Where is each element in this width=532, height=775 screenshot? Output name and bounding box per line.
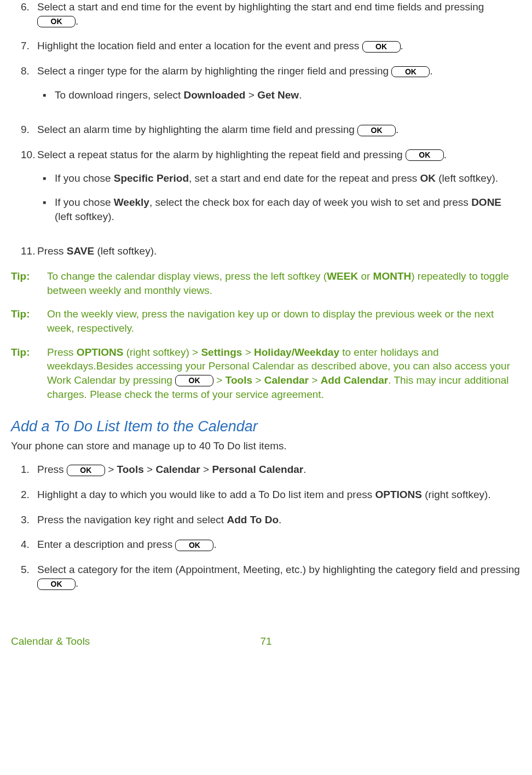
bold: WEEK xyxy=(327,270,358,282)
bold: SAVE xyxy=(67,245,94,257)
bullet-marker: ■ xyxy=(37,88,55,102)
sub-content: If you chose Specific Period, set a star… xyxy=(55,171,521,186)
bold: Get New xyxy=(257,89,299,101)
bold: Add To Do xyxy=(227,514,279,525)
step-number: 7. xyxy=(11,39,37,53)
step-content: Press the navigation key right and selec… xyxy=(37,513,521,527)
step-b2: 2. Highlight a day to which you would li… xyxy=(11,488,521,502)
text: > xyxy=(144,464,156,475)
text: Select a repeat status for the alarm by … xyxy=(37,149,406,160)
text: (left softkey). xyxy=(55,211,114,222)
bold: Downloaded xyxy=(184,89,246,101)
step-9: 9. Select an alarm time by highlighting … xyxy=(11,123,521,137)
text: If you chose xyxy=(55,172,114,184)
text: (left softkey). xyxy=(94,245,157,257)
text: Enter a description and press xyxy=(37,539,175,550)
tip-3: Tip: Press OPTIONS (right softkey) > Set… xyxy=(11,345,521,402)
footer-section: Calendar & Tools xyxy=(11,634,90,649)
text: Highlight the location field and enter a… xyxy=(37,40,362,51)
step-number: 2. xyxy=(11,488,37,502)
section-intro: Your phone can store and manage up to 40… xyxy=(11,439,521,453)
ok-key-icon: OK xyxy=(175,375,213,386)
step-number: 6. xyxy=(11,0,37,28)
step-b3: 3. Press the navigation key right and se… xyxy=(11,513,521,527)
ok-key-icon: OK xyxy=(175,540,213,551)
step-b4: 4. Enter a description and press OK. xyxy=(11,537,521,552)
bold: Add Calendar xyxy=(321,374,389,386)
text: Select a ringer type for the alarm by hi… xyxy=(37,65,391,77)
bold: Holiday/Weekday xyxy=(254,346,339,358)
text: (left softkey). xyxy=(436,172,498,184)
bold: Tools xyxy=(225,374,252,386)
sub-list: ■ To download ringers, select Downloaded… xyxy=(37,88,521,102)
text: > xyxy=(200,464,212,475)
step-number: 1. xyxy=(11,462,37,477)
bullet-marker: ■ xyxy=(37,195,55,223)
step-8: 8. Select a ringer type for the alarm by… xyxy=(11,64,521,112)
text: . xyxy=(430,65,432,77)
text: Press xyxy=(37,464,67,475)
text: Select a start and end time for the even… xyxy=(37,1,484,13)
step-content: Press OK > Tools > Calendar > Personal C… xyxy=(37,462,521,477)
text: (right softkey). xyxy=(422,489,491,500)
step-7: 7. Highlight the location field and ente… xyxy=(11,39,521,53)
text: > xyxy=(309,374,321,386)
ok-key-icon: OK xyxy=(37,16,76,27)
step-number: 10. xyxy=(11,148,37,234)
step-number: 3. xyxy=(11,513,37,527)
bold: MONTH xyxy=(373,270,412,282)
text: > xyxy=(105,464,117,475)
step-content: Select a ringer type for the alarm by hi… xyxy=(37,64,521,112)
text: . xyxy=(303,464,306,475)
text: If you chose xyxy=(55,196,114,208)
step-6: 6. Select a start and end time for the e… xyxy=(11,0,521,28)
tip-content: To change the calendar display views, pr… xyxy=(47,269,521,297)
document-page: 6. Select a start and end time for the e… xyxy=(0,0,532,669)
bold: Settings xyxy=(201,346,242,358)
step-b1: 1. Press OK > Tools > Calendar > Persona… xyxy=(11,462,521,477)
step-content: Enter a description and press OK. xyxy=(37,537,521,552)
text: Select a category for the item (Appointm… xyxy=(37,564,520,575)
step-number: 5. xyxy=(11,563,37,591)
bold: Weekly xyxy=(114,196,149,208)
step-content: Select a category for the item (Appointm… xyxy=(37,563,521,591)
text: Highlight a day to which you would like … xyxy=(37,489,375,500)
ok-key-icon: OK xyxy=(67,465,105,476)
text: , select the check box for each day of w… xyxy=(149,196,471,208)
section-heading: Add a To Do List Item to the Calendar xyxy=(11,417,521,436)
step-10: 10. Select a repeat status for the alarm… xyxy=(11,148,521,234)
tip-label: Tip: xyxy=(11,269,47,297)
step-b5: 5. Select a category for the item (Appoi… xyxy=(11,563,521,591)
sub-list: ■ If you chose Specific Period, set a st… xyxy=(37,171,521,223)
ok-key-icon: OK xyxy=(406,149,444,161)
text: Press the navigation key right and selec… xyxy=(37,514,227,525)
step-content: Select a repeat status for the alarm by … xyxy=(37,148,521,234)
bold: Personal Calendar xyxy=(212,464,303,475)
tip-2: Tip: On the weekly view, press the navig… xyxy=(11,307,521,335)
text: > xyxy=(245,89,257,101)
text: . xyxy=(279,514,281,525)
step-content: Highlight a day to which you would like … xyxy=(37,488,521,502)
tip-label: Tip: xyxy=(11,307,47,335)
text: or xyxy=(358,270,373,282)
text: Select an alarm time by highlighting the… xyxy=(37,124,357,135)
text: > xyxy=(252,374,264,386)
sub-item: ■ If you chose Specific Period, set a st… xyxy=(37,171,521,186)
bold: Calendar xyxy=(264,374,309,386)
page-footer: Calendar & Tools 71 xyxy=(11,634,521,647)
text: > xyxy=(242,346,254,358)
bold: Tools xyxy=(117,464,144,475)
bold: OPTIONS xyxy=(375,489,422,500)
ok-key-icon: OK xyxy=(37,579,76,590)
text: Press xyxy=(37,245,67,257)
text: To download ringers, select xyxy=(55,89,184,101)
sub-content: To download ringers, select Downloaded >… xyxy=(55,88,521,102)
bold: Calendar xyxy=(155,464,200,475)
text: > xyxy=(213,374,225,386)
text: , set a start and end date for the repea… xyxy=(189,172,420,184)
bold: DONE xyxy=(471,196,501,208)
ok-key-icon: OK xyxy=(362,41,401,53)
step-11: 11. Press SAVE (left softkey). xyxy=(11,244,521,258)
bold: OK xyxy=(420,172,436,184)
sub-item: ■ To download ringers, select Downloaded… xyxy=(37,88,521,102)
